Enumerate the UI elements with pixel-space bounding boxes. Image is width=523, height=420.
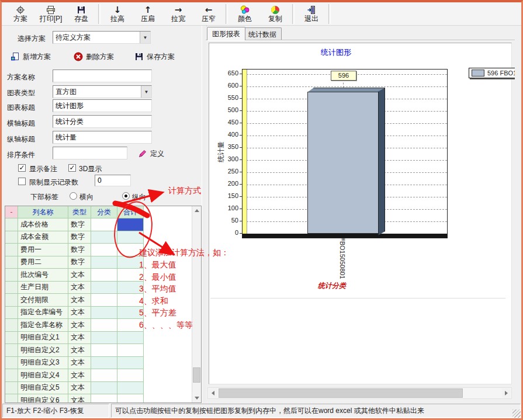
toolbar-button-plan[interactable]: 方案 — [5, 4, 36, 25]
row-selector-cell[interactable] — [5, 319, 18, 332]
total-cell[interactable] — [117, 394, 144, 403]
total-cell[interactable] — [117, 382, 144, 395]
horizontal-radio[interactable] — [70, 192, 77, 200]
column-type-cell[interactable]: 文本 — [68, 269, 91, 282]
row-selector-cell[interactable] — [5, 369, 18, 382]
column-type-cell[interactable]: 文本 — [68, 394, 91, 403]
toolbar-button-copy[interactable]: 复制 — [260, 4, 290, 25]
show-note-checkbox[interactable]: ✓ — [18, 164, 26, 172]
column-name-cell[interactable]: 成本金额 — [18, 231, 68, 244]
delete-plan-button[interactable]: 删除方案 — [74, 50, 114, 63]
category-cell[interactable] — [91, 269, 117, 282]
column-type-cell[interactable]: 文本 — [68, 307, 91, 320]
toolbar-button-flatten[interactable]: ↑压扁 — [133, 4, 163, 25]
scroll-up-icon[interactable] — [192, 206, 201, 215]
column-type-cell[interactable]: 文本 — [68, 294, 91, 307]
scroll-left-icon[interactable] — [209, 388, 217, 398]
save-plan-button[interactable]: 保存方案 — [134, 50, 175, 63]
category-cell[interactable] — [91, 294, 117, 307]
row-selector-cell[interactable] — [5, 332, 18, 345]
column-type-cell[interactable]: 数字 — [68, 256, 91, 269]
column-name-cell[interactable]: 指定仓库名称 — [18, 319, 68, 332]
toolbar-button-print[interactable]: 打印[P] — [36, 4, 66, 25]
yaxis-title-input[interactable] — [53, 131, 152, 144]
scrollbar-thumb[interactable] — [193, 367, 200, 383]
category-cell[interactable] — [91, 332, 117, 345]
column-type-cell[interactable]: 文本 — [68, 344, 91, 357]
define-button[interactable]: 定义 — [138, 147, 164, 160]
plan-name-input[interactable] — [53, 70, 152, 82]
row-selector-cell[interactable] — [5, 282, 18, 294]
scrollbar-thumb[interactable] — [219, 388, 463, 398]
total-cell[interactable] — [117, 332, 144, 345]
toolbar-button-widen[interactable]: →拉宽 — [163, 4, 193, 25]
column-type-cell[interactable]: 文本 — [68, 319, 91, 332]
category-cell[interactable] — [91, 382, 117, 395]
column-name-cell[interactable]: 批次编号 — [18, 269, 68, 282]
chevron-down-icon[interactable]: ▼ — [140, 32, 150, 43]
toolbar-button-narrow[interactable]: ←压窄 — [193, 4, 224, 25]
limit-records-checkbox[interactable] — [18, 178, 26, 185]
show-3d-checkbox[interactable]: ✓ — [68, 164, 76, 172]
row-selector-cell[interactable] — [5, 357, 18, 370]
category-cell[interactable] — [91, 218, 117, 231]
column-type-cell[interactable]: 数字 — [68, 218, 91, 231]
xaxis-title-input[interactable] — [53, 115, 152, 128]
chart-type-combobox[interactable]: 直方图 ▼ — [53, 85, 152, 98]
column-type-cell[interactable]: 文本 — [68, 332, 91, 345]
toolbar-button-color[interactable]: 颜色 — [230, 4, 260, 25]
bar[interactable] — [307, 92, 379, 234]
total-cell[interactable] — [117, 357, 144, 370]
category-cell[interactable] — [91, 344, 117, 357]
scroll-down-icon[interactable] — [192, 394, 201, 402]
resize-grip[interactable] — [512, 409, 521, 418]
total-cell[interactable] — [117, 344, 144, 357]
column-name-cell[interactable]: 费用一 — [18, 244, 68, 256]
total-cell[interactable] — [117, 369, 144, 382]
column-name-cell[interactable]: 明细自定义2 — [18, 344, 68, 357]
toolbar-button-exit[interactable]: 退出 — [296, 4, 327, 25]
row-selector-cell[interactable] — [5, 231, 18, 244]
category-cell[interactable] — [91, 307, 117, 320]
row-selector-cell[interactable] — [5, 307, 18, 320]
row-selector-cell[interactable] — [5, 394, 18, 403]
chart-horizontal-scrollbar[interactable] — [207, 387, 512, 399]
column-type-cell[interactable]: 文本 — [68, 357, 91, 370]
column-name-cell[interactable]: 生产日期 — [18, 282, 68, 294]
sort-condition-input[interactable] — [53, 147, 127, 159]
grid-vertical-scrollbar[interactable] — [192, 206, 201, 402]
category-cell[interactable] — [91, 369, 117, 382]
toolbar-button-stretch-tall[interactable]: ↓拉高 — [102, 4, 133, 25]
category-cell[interactable] — [91, 319, 117, 332]
column-name-cell[interactable]: 明细自定义6 — [18, 394, 68, 403]
column-name-cell[interactable]: 成本价格 — [18, 218, 68, 231]
column-type-cell[interactable]: 文本 — [68, 282, 91, 294]
column-name-cell[interactable]: 明细自定义4 — [18, 369, 68, 382]
category-cell[interactable] — [91, 282, 117, 294]
column-type-cell[interactable]: 数字 — [68, 231, 91, 244]
column-name-cell[interactable]: 明细自定义5 — [18, 382, 68, 395]
scroll-right-icon[interactable] — [502, 388, 511, 398]
category-cell[interactable] — [91, 394, 117, 403]
tab-statistics-data[interactable]: 统计数据 — [243, 27, 282, 40]
column-name-cell[interactable]: 明细自定义3 — [18, 357, 68, 370]
row-selector-cell[interactable] — [5, 382, 18, 395]
vertical-radio[interactable] — [122, 192, 130, 200]
limit-records-input[interactable] — [95, 175, 131, 186]
category-cell[interactable] — [91, 357, 117, 370]
toolbar-button-save[interactable]: 存盘 — [66, 4, 96, 25]
chart-title-input[interactable] — [53, 99, 152, 112]
column-type-cell[interactable]: 文本 — [68, 369, 91, 382]
row-selector-cell[interactable] — [5, 344, 18, 357]
column-type-cell[interactable]: 数字 — [68, 244, 91, 256]
row-selector-cell[interactable] — [5, 269, 18, 282]
row-selector-cell[interactable] — [5, 294, 18, 307]
column-type-cell[interactable]: 文本 — [68, 382, 91, 395]
tab-graph-report[interactable]: 图形报表 — [207, 27, 245, 40]
column-name-cell[interactable]: 指定仓库编号 — [18, 307, 68, 320]
column-name-cell[interactable]: 明细自定义1 — [18, 332, 68, 345]
add-plan-button[interactable]: 新增方案 — [11, 50, 51, 63]
row-selector-cell[interactable] — [5, 256, 18, 269]
column-name-cell[interactable]: 交付期限 — [18, 294, 68, 307]
column-name-cell[interactable]: 费用二 — [18, 256, 68, 269]
